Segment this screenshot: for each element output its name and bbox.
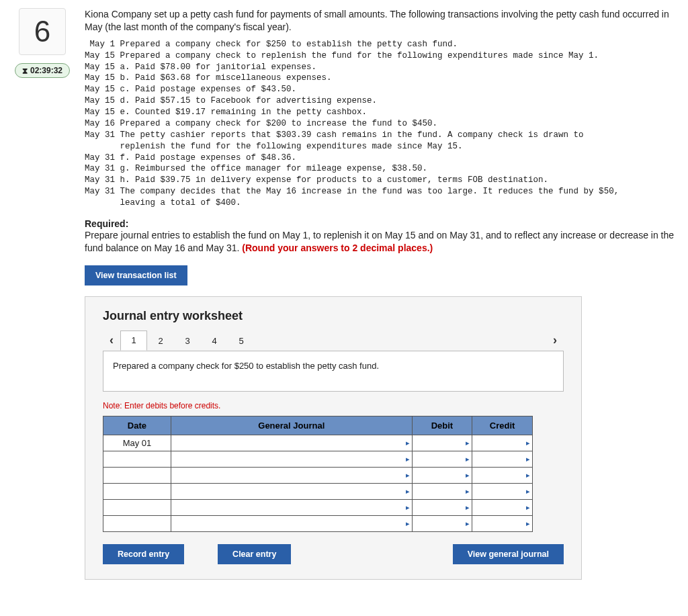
- credit-cell[interactable]: [472, 451, 533, 467]
- date-cell[interactable]: May 01: [103, 435, 171, 451]
- date-cell[interactable]: [103, 467, 171, 483]
- entry-description: Prepared a company check for $250 to est…: [103, 351, 564, 392]
- table-row: [103, 499, 533, 515]
- debit-cell[interactable]: [412, 515, 472, 531]
- transactions-block: May 1 Prepared a company check for $250 …: [85, 39, 676, 209]
- worksheet-tabs: ‹ 1 2 3 4 5 ›: [103, 330, 564, 351]
- tab-2[interactable]: 2: [147, 331, 174, 351]
- account-cell[interactable]: [171, 451, 412, 467]
- clear-entry-button[interactable]: Clear entry: [218, 544, 291, 564]
- debit-cell[interactable]: [412, 435, 472, 451]
- table-row: [103, 483, 533, 499]
- account-cell[interactable]: [171, 467, 412, 483]
- date-cell[interactable]: [103, 451, 171, 467]
- worksheet-title: Journal entry worksheet: [103, 309, 564, 323]
- chevron-right-icon[interactable]: ›: [546, 330, 564, 351]
- journal-worksheet-panel: Journal entry worksheet ‹ 1 2 3 4 5 › Pr…: [85, 296, 582, 580]
- tab-3[interactable]: 3: [174, 331, 201, 351]
- record-entry-button[interactable]: Record entry: [103, 544, 184, 564]
- date-cell[interactable]: [103, 515, 171, 531]
- col-date: Date: [103, 416, 171, 435]
- credit-cell[interactable]: [472, 499, 533, 515]
- credit-cell[interactable]: [472, 483, 533, 499]
- credit-cell[interactable]: [472, 435, 533, 451]
- col-general-journal: General Journal: [171, 416, 412, 435]
- tab-4[interactable]: 4: [201, 331, 228, 351]
- table-row: [103, 467, 533, 483]
- date-cell[interactable]: [103, 499, 171, 515]
- timer-pill: ⧗ 02:39:32: [15, 63, 70, 78]
- debit-cell[interactable]: [412, 467, 472, 483]
- credit-cell[interactable]: [472, 467, 533, 483]
- timer-value: 02:39:32: [30, 66, 62, 75]
- tab-1[interactable]: 1: [120, 331, 147, 351]
- table-row: [103, 515, 533, 531]
- required-text: Prepare journal entries to establish the…: [85, 230, 674, 253]
- required-warning: (Round your answers to 2 decimal places.…: [242, 243, 433, 253]
- account-cell[interactable]: [171, 515, 412, 531]
- debit-cell[interactable]: [412, 451, 472, 467]
- credit-cell[interactable]: [472, 515, 533, 531]
- journal-table: Date General Journal Debit Credit May 01: [103, 416, 533, 532]
- account-cell[interactable]: [171, 499, 412, 515]
- chevron-left-icon[interactable]: ‹: [103, 330, 120, 351]
- debit-cell[interactable]: [412, 483, 472, 499]
- tab-5[interactable]: 5: [228, 331, 255, 351]
- col-debit: Debit: [412, 416, 472, 435]
- question-number: 6: [34, 15, 50, 48]
- table-row: May 01: [103, 435, 533, 451]
- required-label: Required:: [85, 218, 128, 229]
- debits-before-credits-note: Note: Enter debits before credits.: [103, 401, 564, 410]
- hourglass-icon: ⧗: [22, 66, 28, 75]
- view-general-journal-button[interactable]: View general journal: [453, 544, 564, 564]
- table-row: [103, 451, 533, 467]
- view-transaction-list-button[interactable]: View transaction list: [85, 265, 187, 285]
- debit-cell[interactable]: [412, 499, 472, 515]
- account-cell[interactable]: [171, 435, 412, 451]
- date-cell[interactable]: [103, 483, 171, 499]
- question-number-box: 6: [19, 8, 66, 55]
- col-credit: Credit: [472, 416, 533, 435]
- account-cell[interactable]: [171, 483, 412, 499]
- problem-intro: Kiona Company set up a petty cash fund f…: [85, 8, 676, 34]
